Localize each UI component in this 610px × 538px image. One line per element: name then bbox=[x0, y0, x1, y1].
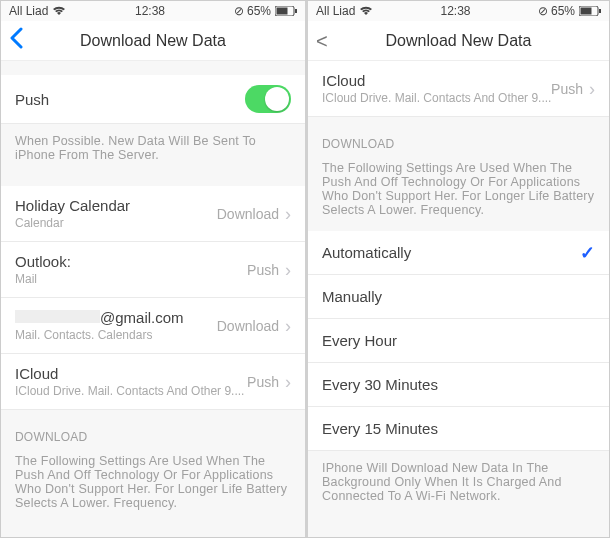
battery-icon bbox=[579, 6, 601, 16]
nav-bar: < Download New Data bbox=[308, 21, 609, 61]
chevron-right-icon: › bbox=[285, 259, 291, 280]
push-toggle-row[interactable]: Push bbox=[1, 75, 305, 124]
chevron-right-icon: › bbox=[589, 78, 595, 99]
spacer bbox=[1, 61, 305, 75]
account-icloud[interactable]: ICloud ICloud Drive. Mail. Contacts And … bbox=[308, 61, 609, 117]
account-sub: Mail. Contacts. Calendars bbox=[15, 328, 152, 342]
account-method: Push bbox=[247, 262, 279, 278]
account-title: Holiday Calendar bbox=[15, 197, 130, 214]
push-label: Push bbox=[15, 91, 49, 108]
battery-percent: ⊘ 65% bbox=[234, 4, 271, 18]
nav-bar: Download New Data bbox=[1, 21, 305, 61]
account-sub: Mail bbox=[15, 272, 37, 286]
account-method: Download bbox=[217, 318, 279, 334]
svg-rect-2 bbox=[295, 9, 297, 13]
svg-rect-5 bbox=[599, 9, 601, 13]
option-label: Manually bbox=[322, 288, 382, 305]
page-title: Download New Data bbox=[80, 32, 226, 50]
download-section-text: The Following Settings Are Used When The… bbox=[1, 450, 305, 520]
back-button[interactable]: < bbox=[316, 29, 328, 52]
spacer bbox=[1, 172, 305, 186]
checkmark-icon: ✓ bbox=[580, 242, 595, 264]
chevron-right-icon: › bbox=[285, 315, 291, 336]
chevron-right-icon: › bbox=[285, 203, 291, 224]
push-toggle[interactable] bbox=[245, 85, 291, 113]
option-manually[interactable]: Manually bbox=[308, 275, 609, 319]
account-title: @gmail.com bbox=[15, 309, 184, 326]
account-method: Download bbox=[217, 206, 279, 222]
option-label: Every 30 Minutes bbox=[322, 376, 438, 393]
chevron-right-icon: › bbox=[285, 371, 291, 392]
account-sub: Calendar bbox=[15, 216, 64, 230]
status-time: 12:38 bbox=[135, 4, 165, 18]
carrier-label: All Liad bbox=[9, 4, 48, 18]
download-section-header: DOWNLOAD bbox=[308, 117, 609, 157]
svg-rect-4 bbox=[580, 8, 591, 15]
download-section-header: DOWNLOAD bbox=[1, 410, 305, 450]
account-title: Outlook: bbox=[15, 253, 71, 270]
option-label: Every Hour bbox=[322, 332, 397, 349]
back-button[interactable] bbox=[9, 27, 23, 55]
option-label: Every 15 Minutes bbox=[322, 420, 438, 437]
option-every-30-minutes[interactable]: Every 30 Minutes bbox=[308, 363, 609, 407]
phone-screen-accounts: All Liad 12:38 ⊘ 65% Download New Data P… bbox=[1, 1, 305, 537]
account-icloud[interactable]: ICloud ICloud Drive. Mail. Contacts And … bbox=[1, 354, 305, 410]
svg-rect-1 bbox=[276, 8, 287, 15]
wifi-icon bbox=[359, 6, 373, 16]
account-sub: ICloud Drive. Mail. Contacts And Other 9… bbox=[15, 384, 244, 398]
account-sub: ICloud Drive. Mail. Contacts And Other 9… bbox=[322, 91, 551, 105]
redacted-email-prefix bbox=[15, 310, 100, 323]
status-bar: All Liad 12:38 ⊘ 65% bbox=[1, 1, 305, 21]
account-title: ICloud bbox=[15, 365, 58, 382]
account-holiday-calendar[interactable]: Holiday Calendar Calendar Download › bbox=[1, 186, 305, 242]
fetch-footer: IPhone Will Download New Data In The Bac… bbox=[308, 451, 609, 513]
phone-screen-schedule: All Liad 12:38 ⊘ 65% < Download New Data… bbox=[305, 1, 609, 537]
status-bar: All Liad 12:38 ⊘ 65% bbox=[308, 1, 609, 21]
account-method: Push bbox=[247, 374, 279, 390]
option-every-15-minutes[interactable]: Every 15 Minutes bbox=[308, 407, 609, 451]
push-footer: When Possible. New Data Will Be Sent To … bbox=[1, 124, 305, 172]
wifi-icon bbox=[52, 6, 66, 16]
option-automatically[interactable]: Automatically ✓ bbox=[308, 231, 609, 275]
battery-percent: ⊘ 65% bbox=[538, 4, 575, 18]
account-gmail[interactable]: @gmail.com Mail. Contacts. Calendars Dow… bbox=[1, 298, 305, 354]
download-section-text: The Following Settings Are Used When The… bbox=[308, 157, 609, 231]
option-label: Automatically bbox=[322, 244, 411, 261]
account-method: Push bbox=[551, 81, 583, 97]
battery-icon bbox=[275, 6, 297, 16]
status-time: 12:38 bbox=[440, 4, 470, 18]
option-every-hour[interactable]: Every Hour bbox=[308, 319, 609, 363]
page-title: Download New Data bbox=[386, 32, 532, 50]
carrier-label: All Liad bbox=[316, 4, 355, 18]
account-outlook[interactable]: Outlook: Mail Push › bbox=[1, 242, 305, 298]
account-title: ICloud bbox=[322, 72, 365, 89]
